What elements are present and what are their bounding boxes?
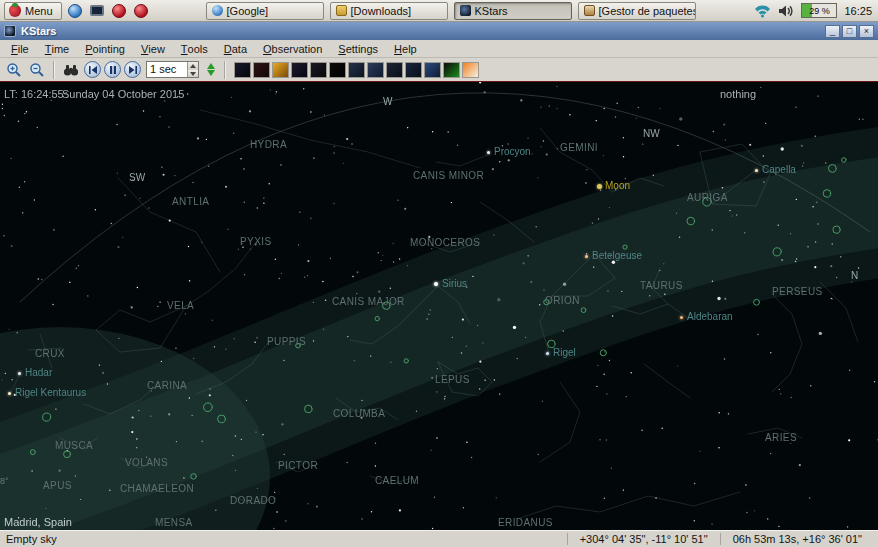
zoom-in-button[interactable] <box>4 60 24 80</box>
launcher-file-manager[interactable] <box>88 2 106 20</box>
task-button-area: [Google][Downloads]KStars[Gestor de paqu… <box>206 2 696 20</box>
object-dot-capella[interactable] <box>755 169 758 172</box>
launcher-app-red[interactable] <box>110 2 128 20</box>
window-titlebar[interactable]: KStars _ □ × <box>0 22 878 40</box>
toggle-satellites[interactable] <box>329 62 346 78</box>
time-unit-stepper[interactable] <box>204 63 218 76</box>
object-label-rigel[interactable]: Rigel <box>553 347 576 358</box>
object-dot-hadar[interactable] <box>18 372 21 375</box>
object-label-hadar[interactable]: Hadar <box>25 367 52 378</box>
launcher-app-berry[interactable] <box>132 2 150 20</box>
spin-down-button[interactable] <box>188 70 198 78</box>
zoom-out-button[interactable] <box>27 60 47 80</box>
object-dot-rigel[interactable] <box>546 352 549 355</box>
toggle-horizon[interactable] <box>443 62 460 78</box>
minimize-button[interactable]: _ <box>825 25 840 38</box>
sky-map[interactable]: LT: 16:24:55 Sunday 04 October 2015 noth… <box>0 82 878 530</box>
toggle-constellation-boundaries[interactable] <box>386 62 403 78</box>
folder-icon <box>336 5 347 16</box>
toggle-flags[interactable] <box>462 62 479 78</box>
cardinal-w: W <box>383 96 392 107</box>
arrow-up-icon <box>207 63 215 69</box>
clock[interactable]: 16:25 <box>844 5 872 17</box>
object-dot-procyon[interactable] <box>487 151 490 154</box>
cpu-monitor[interactable]: 29 % <box>801 3 837 18</box>
time-step-forward-button[interactable] <box>124 61 141 78</box>
toggle-constellation-names[interactable] <box>367 62 384 78</box>
close-button[interactable]: × <box>859 25 874 38</box>
constellation-perseus: PERSEUS <box>772 286 823 297</box>
geo-location-label: Madrid, Spain <box>4 516 72 528</box>
constellation-apus: APUS <box>43 480 72 491</box>
toggle-solar-system[interactable] <box>272 62 289 78</box>
object-label-rigel-kentaurus[interactable]: Rigel Kentaurus <box>15 387 86 398</box>
task-label: [Gestor de paquetes ... <box>599 5 696 17</box>
red-app-icon <box>112 4 126 18</box>
azimuth-altitude-readout: +304° 04' 35", -11° 10' 51" <box>567 533 720 545</box>
object-dot-aldebaran[interactable] <box>680 316 683 319</box>
constellation-vela: VELA <box>167 300 194 311</box>
date-label: Sunday 04 October 2015 <box>62 88 184 100</box>
task-button-globe[interactable]: [Google] <box>206 2 324 20</box>
zoom-in-icon <box>6 62 22 78</box>
object-dot-rigel-kentaurus[interactable] <box>8 392 11 395</box>
toggle-stars[interactable] <box>234 62 251 78</box>
task-button-kstars[interactable]: KStars <box>454 2 572 20</box>
menu-pointing[interactable]: Pointing <box>77 40 133 57</box>
object-dot-sirius[interactable] <box>434 282 438 286</box>
constellation-taurus: TAURUS <box>640 280 683 291</box>
object-label-capella[interactable]: Capella <box>762 164 796 175</box>
wifi-icon[interactable] <box>754 4 771 18</box>
kstars-window-icon <box>4 25 16 37</box>
time-pause-button[interactable] <box>104 61 121 78</box>
toggle-constellation-lines[interactable] <box>348 62 365 78</box>
time-step-backward-button[interactable] <box>84 61 101 78</box>
focus-object-label: nothing <box>720 88 756 100</box>
constellation-lepus: LEPUS <box>435 374 470 385</box>
menu-file[interactable]: File <box>3 40 37 57</box>
menu-tools[interactable]: Tools <box>173 40 216 57</box>
task-button-package[interactable]: [Gestor de paquetes ... <box>578 2 696 20</box>
task-button-folder[interactable]: [Downloads] <box>330 2 448 20</box>
menu-settings[interactable]: Settings <box>330 40 386 57</box>
toggle-moon-phase[interactable] <box>291 62 308 78</box>
object-dot-moon[interactable] <box>597 184 602 189</box>
constellation-antlia: ANTLIA <box>172 196 209 207</box>
menu-view[interactable]: View <box>133 40 173 57</box>
constellation-aries: ARIES <box>765 432 797 443</box>
constellation-canis-minor: CANIS MINOR <box>413 170 484 181</box>
constellation-carina: CARINA <box>147 380 187 391</box>
time-step-value[interactable]: 1 sec <box>147 62 187 77</box>
object-label-aldebaran[interactable]: Aldebaran <box>687 311 733 322</box>
object-label-sirius[interactable]: Sirius <box>442 278 467 289</box>
menu-observation[interactable]: Observation <box>255 40 330 57</box>
ra-dec-readout: 06h 53m 13s, +16° 36' 01" <box>720 533 874 545</box>
constellation-crux: CRUX <box>35 348 65 359</box>
time-step-spinbox[interactable]: 1 sec <box>146 61 199 78</box>
maximize-button[interactable]: □ <box>842 25 857 38</box>
object-dot-betelgeuse[interactable] <box>585 255 588 258</box>
menu-button[interactable]: Menu <box>4 2 62 20</box>
window-controls: _ □ × <box>825 25 874 38</box>
object-label-moon[interactable]: Moon <box>605 180 630 191</box>
constellation-musca: MUSCA <box>55 440 93 451</box>
main-toolbar: 1 sec <box>0 58 878 81</box>
toggle-deep-sky-objects[interactable] <box>253 62 270 78</box>
constellation-mensa: MENSA <box>155 517 193 528</box>
toggle-milky-way[interactable] <box>405 62 422 78</box>
view-toggles <box>234 62 479 78</box>
find-object-button[interactable] <box>61 60 81 80</box>
spin-buttons <box>187 62 198 77</box>
toggle-supernovae[interactable] <box>310 62 327 78</box>
launcher-browser[interactable] <box>66 2 84 20</box>
spin-up-button[interactable] <box>188 62 198 70</box>
object-label-procyon[interactable]: Procyon <box>494 146 531 157</box>
menu-data[interactable]: Data <box>216 40 255 57</box>
menu-help[interactable]: Help <box>386 40 425 57</box>
toggle-equatorial-grid[interactable] <box>424 62 441 78</box>
volume-icon[interactable] <box>778 4 794 18</box>
menu-time[interactable]: Time <box>37 40 77 57</box>
object-label-betelgeuse[interactable]: Betelgeuse <box>592 250 642 261</box>
pause-icon <box>109 65 117 75</box>
task-label: [Google] <box>227 5 269 17</box>
